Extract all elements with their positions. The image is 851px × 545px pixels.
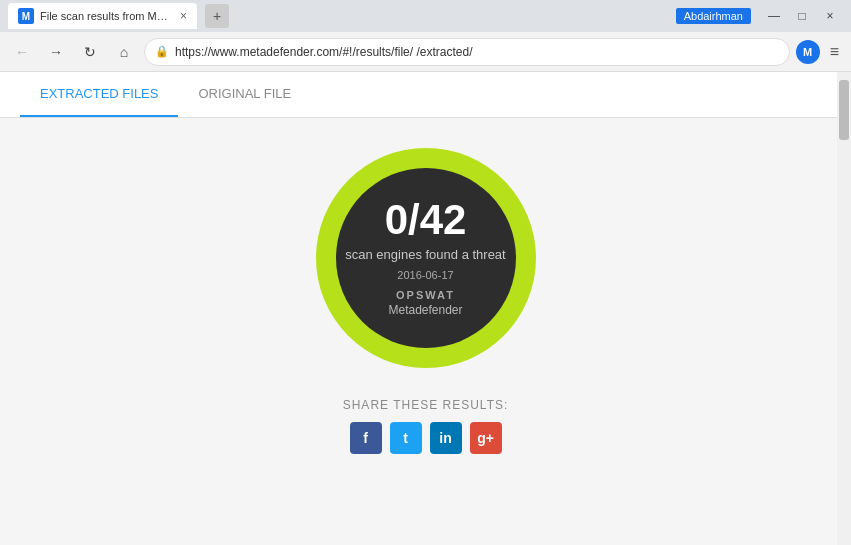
url-lock-icon: 🔒 — [155, 45, 169, 58]
opswat-brand-upper: OPSWAT — [396, 289, 455, 301]
google-share-button[interactable]: g+ — [470, 422, 502, 454]
maximize-button[interactable]: □ — [789, 3, 815, 29]
social-icons: f t in g+ — [350, 422, 502, 454]
browser-window: M File scan results from Met... × + Abda… — [0, 0, 851, 545]
page-tabs: EXTRACTED FILES ORIGINAL FILE — [0, 72, 851, 118]
user-badge: Abdairhman — [676, 8, 751, 24]
tab-title: File scan results from Met... — [40, 10, 170, 22]
opswat-brand-lower: Metadefender — [388, 303, 462, 317]
scan-score: 0/42 — [385, 199, 467, 241]
refresh-button[interactable]: ↻ — [76, 38, 104, 66]
browser-tab[interactable]: M File scan results from Met... × — [8, 3, 197, 29]
circle-outer: 0/42 scan engines found a threat 2016-06… — [316, 148, 536, 368]
forward-button[interactable]: → — [42, 38, 70, 66]
title-bar: M File scan results from Met... × + Abda… — [0, 0, 851, 32]
title-bar-left: M File scan results from Met... × + — [8, 3, 229, 29]
new-tab-button[interactable]: + — [205, 4, 229, 28]
url-bar[interactable]: 🔒 https://www.metadefender.com/#!/result… — [144, 38, 790, 66]
share-section: SHARE THESE RESULTS: f t in g+ — [343, 398, 509, 454]
tab-close-button[interactable]: × — [180, 9, 187, 23]
tab-favicon: M — [18, 8, 34, 24]
tab-extracted-files[interactable]: EXTRACTED FILES — [20, 72, 178, 117]
profile-icon[interactable]: M — [796, 40, 820, 64]
scrollbar-thumb[interactable] — [839, 80, 849, 140]
circle-inner: 0/42 scan engines found a threat 2016-06… — [336, 168, 516, 348]
main-content: 0/42 scan engines found a threat 2016-06… — [0, 118, 851, 545]
url-text: https://www.metadefender.com/#!/results/… — [175, 45, 779, 59]
back-button[interactable]: ← — [8, 38, 36, 66]
menu-button[interactable]: ≡ — [826, 39, 843, 65]
linkedin-share-button[interactable]: in — [430, 422, 462, 454]
window-controls: Abdairhman — □ × — [676, 3, 843, 29]
home-button[interactable]: ⌂ — [110, 38, 138, 66]
minimize-button[interactable]: — — [761, 3, 787, 29]
scan-result-circle: 0/42 scan engines found a threat 2016-06… — [316, 148, 536, 368]
scan-label: scan engines found a threat — [345, 247, 505, 264]
nav-bar: ← → ↻ ⌂ 🔒 https://www.metadefender.com/#… — [0, 32, 851, 72]
tab-original-file[interactable]: ORIGINAL FILE — [178, 72, 311, 117]
share-label: SHARE THESE RESULTS: — [343, 398, 509, 412]
page-content: EXTRACTED FILES ORIGINAL FILE 0/42 scan … — [0, 72, 851, 545]
twitter-share-button[interactable]: t — [390, 422, 422, 454]
close-button[interactable]: × — [817, 3, 843, 29]
scan-date: 2016-06-17 — [397, 269, 453, 281]
scrollbar[interactable] — [837, 72, 851, 545]
facebook-share-button[interactable]: f — [350, 422, 382, 454]
